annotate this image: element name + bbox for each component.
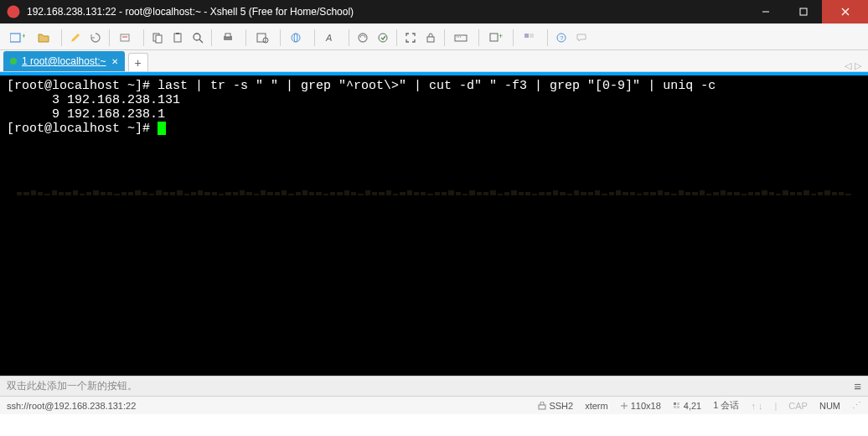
svg-rect-41 <box>677 406 679 408</box>
svg-rect-5 <box>10 34 20 42</box>
connection-url: ssh://root@192.168.238.131:22 <box>7 401 136 411</box>
svg-point-0 <box>8 6 20 18</box>
quickbar[interactable]: 双击此处添加一个新的按钮。 ≡ <box>0 376 868 396</box>
term-type: xterm <box>585 401 608 411</box>
svg-text:A: A <box>325 33 332 43</box>
search-icon[interactable] <box>189 29 207 47</box>
app-icon <box>5 3 22 20</box>
maximize-button[interactable] <box>784 0 822 23</box>
tabbar: 1 root@localhost:~ ✕ + ◁ ▷ <box>0 50 868 72</box>
svg-text:?: ? <box>560 34 564 42</box>
new-session-icon[interactable]: + <box>5 29 30 47</box>
cursor-pos: 4,21 <box>673 401 701 411</box>
svg-rect-38 <box>674 402 676 405</box>
prompt: [root@localhost ~]# <box>7 122 158 136</box>
svg-rect-35 <box>539 405 545 409</box>
prompt: [root@localhost ~]# <box>7 79 158 93</box>
font-icon[interactable]: A <box>319 29 344 47</box>
new-window-icon[interactable]: + <box>483 29 509 47</box>
svg-line-14 <box>199 39 203 43</box>
add-tab-button[interactable]: + <box>128 53 148 71</box>
svg-rect-11 <box>174 34 181 42</box>
svg-rect-31 <box>524 34 529 38</box>
reconnect-icon[interactable] <box>86 29 105 47</box>
statusbar: ssh://root@192.168.238.131:22 SSH2 xterm… <box>0 396 868 414</box>
svg-rect-16 <box>225 34 230 37</box>
properties-icon[interactable] <box>251 29 276 47</box>
highlight-icon[interactable] <box>66 29 85 47</box>
svg-rect-25 <box>455 35 467 41</box>
svg-rect-29 <box>490 34 498 41</box>
svg-point-23 <box>379 34 387 42</box>
connected-dot-icon <box>10 58 17 65</box>
paste-icon[interactable] <box>168 29 187 47</box>
svg-point-19 <box>292 34 300 42</box>
output-line: 9 192.168.238.1 <box>7 107 165 122</box>
resize-grip-icon[interactable]: ⋰ <box>852 400 861 411</box>
svg-rect-10 <box>156 35 162 43</box>
tab-label: 1 root@localhost:~ <box>22 55 106 67</box>
command-text: last | tr -s " " | grep "^root\>" | cut … <box>158 79 716 93</box>
help-icon[interactable]: ? <box>552 29 571 47</box>
keyboard-icon[interactable] <box>449 29 474 47</box>
copy-icon[interactable] <box>148 29 167 47</box>
svg-text:+: + <box>22 32 25 40</box>
cursor <box>158 122 166 135</box>
session-count: 1 会话 <box>713 399 739 412</box>
lock-icon[interactable] <box>421 29 440 47</box>
svg-rect-40 <box>674 406 676 408</box>
close-button[interactable] <box>822 0 868 23</box>
svg-point-20 <box>294 34 297 42</box>
script-icon[interactable] <box>374 29 392 47</box>
tab-close-icon[interactable]: ✕ <box>111 57 118 66</box>
quickbar-hint: 双击此处添加一个新的按钮。 <box>7 379 137 393</box>
svg-rect-12 <box>176 33 179 34</box>
comment-icon[interactable] <box>572 29 591 47</box>
session-tab[interactable]: 1 root@localhost:~ ✕ <box>3 51 125 71</box>
tab-prev-icon[interactable]: ◁ <box>845 60 851 71</box>
background-spectrum <box>0 189 868 195</box>
toolbar: + A + ? <box>0 25 868 50</box>
svg-rect-39 <box>677 402 679 405</box>
globe-icon[interactable] <box>285 29 310 47</box>
svg-rect-24 <box>427 37 434 42</box>
window-title: 192.168.238.131:22 - root@localhost:~ - … <box>27 6 747 18</box>
tile-icon[interactable] <box>518 29 543 47</box>
titlebar: 192.168.238.131:22 - root@localhost:~ - … <box>0 0 868 23</box>
print-icon[interactable] <box>216 29 241 47</box>
svg-point-13 <box>194 34 200 40</box>
tab-next-icon[interactable]: ▷ <box>855 60 861 71</box>
svg-text:+: + <box>499 32 503 40</box>
terminal[interactable]: [root@localhost ~]# last | tr -s " " | g… <box>0 75 868 376</box>
svg-rect-2 <box>800 8 807 15</box>
disconnect-icon[interactable] <box>114 29 139 47</box>
svg-rect-32 <box>530 34 534 38</box>
nav-arrows[interactable]: ↑ ↓ <box>751 401 762 411</box>
term-size: 110x18 <box>620 401 661 411</box>
open-icon[interactable] <box>32 29 57 47</box>
svg-rect-7 <box>121 34 129 41</box>
ssh-status: SSH2 <box>538 401 573 411</box>
cap-indicator: CAP <box>788 401 808 411</box>
clear-icon[interactable] <box>354 29 372 47</box>
output-line: 3 192.168.238.131 <box>7 93 180 107</box>
fullscreen-icon[interactable] <box>401 29 420 47</box>
num-indicator: NUM <box>819 401 840 411</box>
minimize-button[interactable] <box>747 0 784 23</box>
menu-icon[interactable]: ≡ <box>854 379 861 393</box>
